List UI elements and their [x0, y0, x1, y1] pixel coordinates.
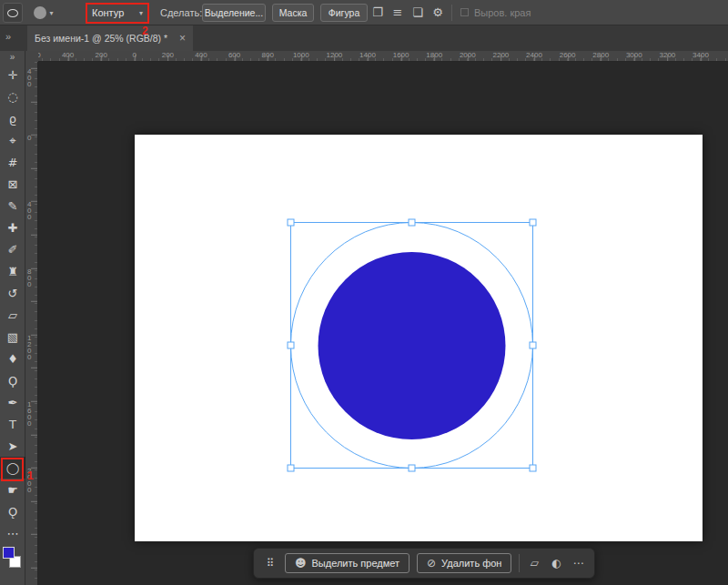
- transform-handle-bottom-left[interactable]: [288, 465, 294, 471]
- ellipse-tool-icon: [7, 9, 18, 17]
- tool-preset-picker[interactable]: ▾: [28, 3, 59, 23]
- horizontal-ruler[interactable]: 6004002000200400600800100012001400160018…: [25, 51, 728, 62]
- canvas-viewport: 6004002000200400600800100012001400160018…: [25, 51, 728, 585]
- v-ruler-label: 4 0 0: [27, 201, 31, 220]
- more-options-icon[interactable]: ⋯: [571, 557, 585, 570]
- h-ruler-label: 2200: [492, 51, 509, 59]
- transform-handle-top-left[interactable]: [288, 219, 294, 226]
- crop-tool-icon: #: [8, 156, 18, 168]
- transform-handle-left[interactable]: [288, 342, 294, 348]
- healing-brush-tool[interactable]: ✚: [0, 217, 25, 238]
- healing-brush-tool-icon: ✚: [8, 222, 18, 234]
- transform-handle-bottom-right[interactable]: [530, 465, 536, 471]
- make-shape-button[interactable]: Фигура: [320, 4, 368, 22]
- h-ruler-label: 200: [162, 51, 174, 59]
- chevron-down-icon: ▾: [139, 9, 143, 17]
- gear-icon[interactable]: ⚙: [430, 5, 446, 20]
- transform-handle-bottom[interactable]: [409, 465, 415, 471]
- v-ruler-label: 1 2 0 0: [27, 335, 31, 360]
- h-ruler-label: 600: [228, 51, 240, 59]
- type-tool[interactable]: T: [0, 413, 25, 435]
- history-brush-tool[interactable]: ↺: [0, 282, 25, 304]
- zoom-tool[interactable]: Ǫ: [0, 500, 25, 522]
- clone-stamp-tool-icon: ♜: [7, 266, 18, 277]
- select-subject-button[interactable]: ☻ Выделить предмет: [285, 553, 410, 573]
- blur-tool[interactable]: ♦: [0, 348, 25, 369]
- transform-icon[interactable]: ▱: [527, 557, 541, 570]
- ruler-origin-corner[interactable]: [25, 51, 38, 62]
- dodge-tool-icon: Ϙ: [8, 375, 17, 387]
- pen-tool[interactable]: ✒: [0, 391, 25, 413]
- ellipse-tool[interactable]: ◯: [0, 457, 25, 479]
- path-arrangement-icon[interactable]: ❏: [410, 5, 426, 20]
- photoshop-window: ▾ Контур ▾ Сделать: Выделение... Маска Ф…: [0, 0, 728, 585]
- adjustments-icon[interactable]: ◐: [549, 557, 563, 570]
- options-divider: [451, 5, 452, 21]
- lasso-tool[interactable]: ϱ: [0, 107, 25, 129]
- document-canvas[interactable]: [135, 135, 703, 541]
- object-selection-tool[interactable]: ⌖: [0, 129, 25, 151]
- marquee-tool-icon: ◌: [7, 91, 17, 103]
- crop-tool[interactable]: #: [0, 151, 25, 173]
- hand-tool[interactable]: ☛: [0, 479, 25, 500]
- make-mask-button[interactable]: Маска: [272, 4, 314, 22]
- subject-icon: ☻: [295, 557, 307, 570]
- v-ruler-label: 1 6 0 0: [27, 401, 31, 427]
- vertical-ruler[interactable]: 4 0 004 0 08 0 01 2 0 01 6 0 02 0 0 0: [25, 62, 38, 585]
- transform-handle-right[interactable]: [530, 342, 536, 348]
- path-selection-tool[interactable]: ➤: [0, 435, 25, 457]
- h-ruler-label: 2000: [460, 51, 476, 59]
- eyedropper-tool[interactable]: ✎: [0, 195, 25, 217]
- zoom-tool-icon: Ǫ: [8, 506, 17, 518]
- remove-background-icon: ⊘: [427, 557, 436, 570]
- type-tool-icon: T: [9, 419, 16, 430]
- blue-circle-shape[interactable]: [318, 252, 506, 439]
- close-icon[interactable]: ×: [179, 32, 186, 45]
- make-selection-button[interactable]: Выделение...: [202, 4, 266, 22]
- blur-tool-icon: ♦: [7, 353, 18, 365]
- object-selection-tool-icon: ⌖: [9, 135, 15, 146]
- align-edges-checkbox[interactable]: [460, 8, 469, 16]
- document-tab-bar: » Без имени-1 @ 25% (RGB/8) * ×: [0, 25, 728, 51]
- h-ruler-label: 2800: [592, 51, 609, 59]
- brush-tool[interactable]: ✐: [0, 238, 25, 260]
- drag-handle-icon[interactable]: ⠿: [263, 557, 278, 570]
- document-tab[interactable]: Без имени-1 @ 25% (RGB/8) * ×: [27, 25, 193, 51]
- h-ruler-label: 800: [262, 51, 274, 59]
- h-ruler-label: 1800: [426, 51, 442, 59]
- marquee-tool[interactable]: ◌: [0, 86, 25, 107]
- transform-handle-top-right[interactable]: [530, 219, 536, 226]
- h-ruler-label: 3200: [659, 51, 675, 59]
- eraser-tool[interactable]: ▱: [0, 304, 25, 326]
- frame-tool-icon: ⊠: [8, 178, 18, 190]
- h-ruler-label: 1600: [393, 51, 410, 59]
- foreground-color-swatch[interactable]: [3, 547, 15, 559]
- path-operations-icon[interactable]: ❐: [369, 5, 386, 20]
- more-tools[interactable]: ⋯: [0, 522, 25, 544]
- h-ruler-label: 1200: [326, 51, 342, 59]
- path-alignment-icon[interactable]: ≡: [389, 5, 406, 20]
- h-ruler-label: 400: [62, 51, 74, 59]
- more-tools-icon: ⋯: [7, 528, 19, 540]
- current-tool-preset[interactable]: [3, 3, 23, 23]
- clone-stamp-tool[interactable]: ♜: [0, 260, 25, 282]
- move-tool[interactable]: ✛: [0, 64, 25, 86]
- tool-mode-select[interactable]: Контур ▾: [90, 5, 145, 21]
- ellipse-tool-icon: ◯: [6, 462, 20, 474]
- lasso-tool-icon: ϱ: [9, 113, 16, 125]
- annotation-number-step1: 1: [27, 469, 34, 482]
- h-ruler-label: 1400: [359, 51, 376, 59]
- collapse-panel-icon[interactable]: »: [5, 31, 11, 42]
- dodge-tool[interactable]: Ϙ: [0, 369, 25, 391]
- make-label: Сделать:: [160, 7, 202, 18]
- collapse-tools-icon[interactable]: »: [0, 51, 25, 64]
- h-ruler-label: 400: [195, 51, 207, 59]
- gradient-tool[interactable]: ▧: [0, 326, 25, 348]
- remove-background-button[interactable]: ⊘ Удалить фон: [417, 553, 511, 573]
- transform-handle-top[interactable]: [409, 219, 415, 226]
- chevron-down-icon: ▾: [49, 9, 53, 17]
- context-divider: [519, 554, 520, 572]
- move-tool-icon: ✛: [8, 69, 18, 81]
- frame-tool[interactable]: ⊠: [0, 173, 25, 195]
- h-ruler-label: 1000: [293, 51, 309, 59]
